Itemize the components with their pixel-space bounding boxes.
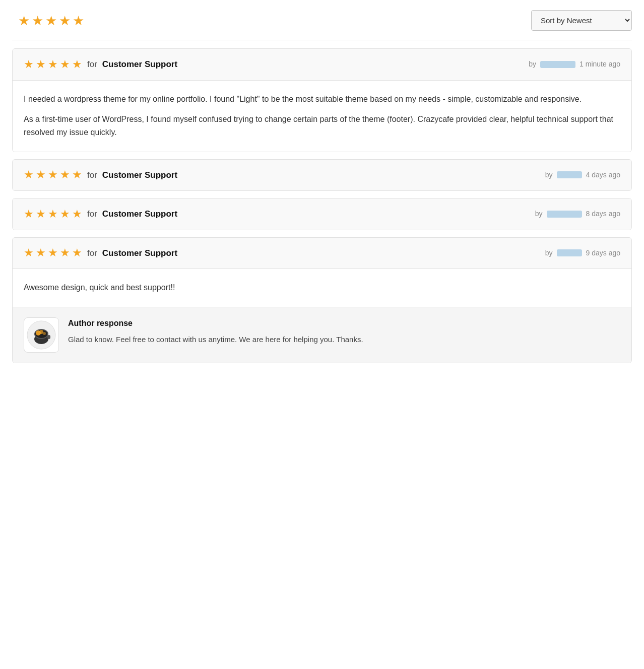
- reviews-list: ★★★★★ for Customer Support by 1 minute a…: [12, 48, 632, 363]
- author-avatar-4: [24, 317, 59, 353]
- review-paragraph-1-2: As a first-time user of WordPress, I fou…: [24, 113, 620, 140]
- author-response-title-4: Author response: [68, 317, 620, 329]
- review-star-icon: ★: [36, 59, 46, 70]
- by-label-2: by: [545, 170, 553, 180]
- author-response-4: Author response Glad to know. Feel free …: [13, 307, 631, 363]
- review-star-icon: ★: [72, 247, 82, 258]
- review-star-icon: ★: [60, 169, 70, 180]
- by-label-3: by: [535, 209, 543, 219]
- star-5-icon: ★: [73, 14, 84, 27]
- review-for-name-1: Customer Support: [102, 58, 177, 71]
- star-3-icon: ★: [45, 14, 57, 27]
- review-meta-1: by 1 minute ago: [529, 59, 620, 70]
- review-card-4: ★★★★★ for Customer Support by 9 days ago…: [12, 237, 632, 363]
- review-star-icon: ★: [60, 209, 70, 220]
- review-for-label-1: for: [87, 58, 97, 71]
- svg-rect-7: [47, 335, 50, 339]
- review-star-icon: ★: [36, 169, 46, 180]
- reviewer-name-blur-4: [557, 249, 582, 256]
- review-paragraph-4-1: Awesome design, quick and best support!!: [24, 281, 620, 294]
- svg-point-5: [39, 330, 43, 334]
- star-1-icon: ★: [18, 14, 30, 27]
- review-for-label-3: for: [87, 208, 97, 221]
- review-star-icon: ★: [24, 59, 34, 70]
- review-star-icon: ★: [48, 169, 58, 180]
- review-star-icon: ★: [60, 59, 70, 70]
- sort-select[interactable]: Sort by Newest Sort by Oldest Sort by Ra…: [531, 10, 632, 31]
- reviewer-name-blur-1: [540, 61, 575, 68]
- author-response-content-4: Author response Glad to know. Feel free …: [68, 317, 620, 346]
- review-header-1: ★★★★★ for Customer Support by 1 minute a…: [13, 49, 631, 81]
- author-response-text-4: Glad to know. Feel free to contact with …: [68, 333, 620, 346]
- review-header-4: ★★★★★ for Customer Support by 9 days ago: [13, 238, 631, 270]
- review-star-icon: ★: [48, 247, 58, 258]
- review-header-3: ★★★★★ for Customer Support by 8 days ago: [13, 198, 631, 230]
- review-star-icon: ★: [24, 169, 34, 180]
- review-card-3: ★★★★★ for Customer Support by 8 days ago: [12, 198, 632, 230]
- review-star-icon: ★: [72, 209, 82, 220]
- review-star-icon: ★: [24, 209, 34, 220]
- review-header-left-4: ★★★★★ for Customer Support: [24, 247, 177, 260]
- review-header-left-3: ★★★★★ for Customer Support: [24, 208, 177, 221]
- review-star-icon: ★: [24, 247, 34, 258]
- review-for-name-3: Customer Support: [102, 208, 177, 221]
- review-for-label-4: for: [87, 247, 97, 260]
- review-card-2: ★★★★★ for Customer Support by 4 days ago: [12, 159, 632, 191]
- header-stars: ★ ★ ★ ★ ★: [18, 14, 84, 27]
- time-ago-3: 8 days ago: [586, 209, 621, 219]
- review-star-icon: ★: [48, 59, 58, 70]
- reviews-header: ★ ★ ★ ★ ★ Sort by Newest Sort by Oldest …: [12, 10, 632, 40]
- star-4-icon: ★: [59, 14, 71, 27]
- review-header-left-2: ★★★★★ for Customer Support: [24, 169, 177, 182]
- time-ago-1: 1 minute ago: [579, 59, 620, 70]
- review-stars-4: ★★★★★: [24, 247, 82, 258]
- review-for-label-2: for: [87, 169, 97, 182]
- header-left: ★ ★ ★ ★ ★: [12, 14, 84, 27]
- review-for-name-2: Customer Support: [102, 169, 177, 182]
- review-card-1: ★★★★★ for Customer Support by 1 minute a…: [12, 48, 632, 152]
- by-label-1: by: [529, 59, 536, 70]
- review-star-icon: ★: [36, 247, 46, 258]
- star-2-icon: ★: [32, 14, 43, 27]
- review-header-2: ★★★★★ for Customer Support by 4 days ago: [13, 160, 631, 191]
- review-stars-2: ★★★★★: [24, 169, 82, 180]
- review-body-4: Awesome design, quick and best support!!: [13, 269, 631, 306]
- review-meta-2: by 4 days ago: [545, 170, 620, 180]
- review-stars-1: ★★★★★: [24, 59, 82, 70]
- review-for-name-4: Customer Support: [102, 247, 177, 260]
- review-paragraph-1-1: I needed a wordpress theme for my online…: [24, 93, 620, 106]
- review-star-icon: ★: [48, 209, 58, 220]
- review-star-icon: ★: [72, 169, 82, 180]
- reviewer-name-blur-2: [557, 171, 582, 178]
- reviewer-name-blur-3: [547, 211, 582, 218]
- review-stars-3: ★★★★★: [24, 209, 82, 220]
- review-star-icon: ★: [60, 247, 70, 258]
- review-header-left-1: ★★★★★ for Customer Support: [24, 58, 177, 71]
- sort-dropdown-wrapper[interactable]: Sort by Newest Sort by Oldest Sort by Ra…: [531, 10, 632, 31]
- review-meta-4: by 9 days ago: [545, 248, 620, 258]
- by-label-4: by: [545, 248, 553, 258]
- review-body-1: I needed a wordpress theme for my online…: [13, 81, 631, 152]
- review-meta-3: by 8 days ago: [535, 209, 620, 219]
- review-star-icon: ★: [72, 59, 82, 70]
- svg-point-6: [43, 332, 46, 335]
- review-star-icon: ★: [36, 209, 46, 220]
- time-ago-2: 4 days ago: [586, 170, 621, 180]
- time-ago-4: 9 days ago: [586, 248, 621, 258]
